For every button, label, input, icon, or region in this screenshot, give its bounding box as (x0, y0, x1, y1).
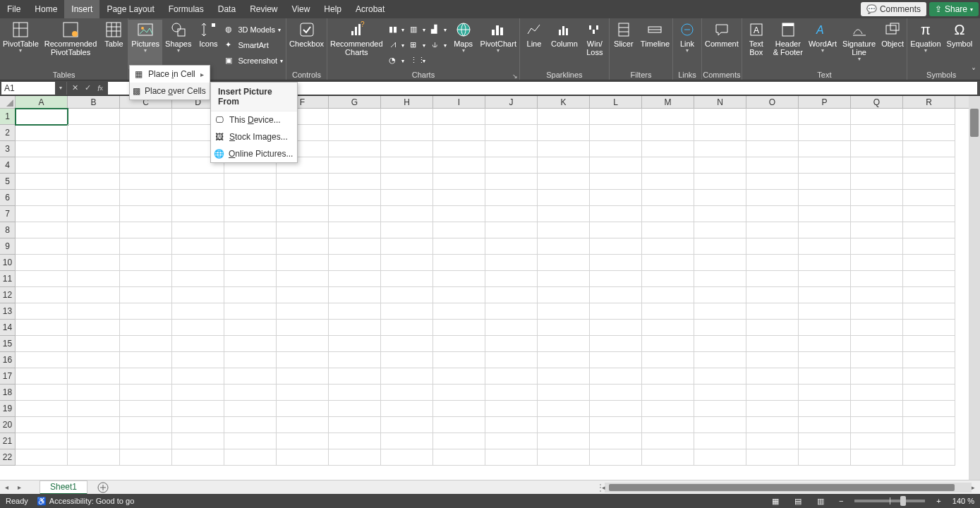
cell[interactable] (68, 433, 120, 449)
cell[interactable] (485, 109, 538, 125)
cell[interactable] (538, 222, 590, 238)
cell[interactable] (68, 190, 120, 206)
cell[interactable] (120, 368, 172, 385)
cell[interactable] (329, 125, 381, 141)
cell[interactable] (694, 222, 746, 238)
cell[interactable] (746, 174, 799, 190)
name-box[interactable]: A1 (1, 82, 55, 95)
cell[interactable] (799, 271, 851, 287)
cell[interactable] (485, 141, 538, 157)
cell[interactable] (433, 190, 485, 206)
cell[interactable] (172, 174, 224, 190)
cell[interactable] (903, 287, 955, 303)
cell[interactable] (16, 287, 68, 303)
cell[interactable] (590, 320, 642, 336)
cell[interactable] (746, 449, 799, 466)
cell[interactable] (538, 109, 590, 125)
cell[interactable] (538, 287, 590, 303)
line-chart-button[interactable]: ⩘▾ (389, 38, 404, 52)
column-header[interactable]: M (642, 96, 694, 108)
cell[interactable] (277, 336, 329, 352)
statistic-chart-button[interactable]: ⊞▾ (410, 38, 425, 52)
cell[interactable] (224, 287, 277, 303)
cell[interactable] (746, 385, 799, 401)
cell[interactable] (485, 352, 538, 368)
cell[interactable] (694, 190, 746, 206)
cell[interactable] (16, 109, 68, 125)
cell[interactable] (590, 385, 642, 401)
cell[interactable] (381, 109, 433, 125)
cell[interactable] (68, 336, 120, 352)
cell[interactable] (642, 352, 694, 368)
cell[interactable] (590, 255, 642, 271)
cell[interactable] (746, 401, 799, 417)
cell[interactable] (68, 141, 120, 157)
column-header[interactable]: Q (851, 96, 903, 108)
cell[interactable] (329, 222, 381, 238)
place-in-cell-item[interactable]: ▦ Place in Cell ▸ (130, 66, 210, 83)
cell[interactable] (694, 271, 746, 287)
cell[interactable] (120, 401, 172, 417)
cell[interactable] (485, 271, 538, 287)
online-pictures-item[interactable]: 🌐 Online Pictures... (211, 145, 297, 162)
cell[interactable] (381, 433, 433, 449)
cell[interactable] (172, 320, 224, 336)
page-layout-view-button[interactable]: ▤ (791, 495, 805, 507)
cell[interactable] (485, 336, 538, 352)
cell[interactable] (68, 417, 120, 433)
cell[interactable] (485, 222, 538, 238)
scroll-thumb[interactable] (970, 109, 979, 137)
cell[interactable] (694, 287, 746, 303)
cell[interactable] (851, 222, 903, 238)
cell[interactable] (485, 287, 538, 303)
cell[interactable] (694, 174, 746, 190)
row-header[interactable]: 22 (0, 449, 15, 466)
cell[interactable] (68, 157, 120, 174)
screenshot-button[interactable]: ▣Screenshot▾ (225, 54, 283, 68)
comment-button[interactable]: Comment (702, 20, 742, 69)
cell[interactable] (329, 336, 381, 352)
cell[interactable] (851, 320, 903, 336)
cell[interactable] (16, 255, 68, 271)
row-header[interactable]: 21 (0, 433, 15, 449)
cell[interactable] (16, 368, 68, 385)
name-box-dropdown[interactable]: ▾ (56, 85, 65, 91)
cell[interactable] (485, 190, 538, 206)
cell[interactable] (433, 222, 485, 238)
cell[interactable] (381, 238, 433, 255)
cell[interactable] (172, 401, 224, 417)
cell[interactable] (642, 401, 694, 417)
zoom-level[interactable]: 140 % (952, 497, 974, 505)
cell[interactable] (381, 222, 433, 238)
cell[interactable] (903, 190, 955, 206)
tab-help[interactable]: Help (317, 0, 349, 18)
cell[interactable] (16, 385, 68, 401)
tab-acrobat[interactable]: Acrobat (349, 0, 392, 18)
cell[interactable] (903, 401, 955, 417)
tab-insert[interactable]: Insert (64, 0, 99, 18)
cell[interactable] (329, 385, 381, 401)
cell[interactable] (694, 433, 746, 449)
enter-formula-button[interactable]: ✓ (81, 82, 94, 95)
cell[interactable] (851, 141, 903, 157)
cell[interactable] (642, 449, 694, 466)
cell[interactable] (172, 417, 224, 433)
column-header[interactable]: N (694, 96, 746, 108)
column-header[interactable]: I (433, 96, 485, 108)
cell[interactable] (68, 206, 120, 222)
column-header[interactable]: B (68, 96, 120, 108)
cell[interactable] (642, 255, 694, 271)
cell[interactable] (799, 368, 851, 385)
cell[interactable] (433, 271, 485, 287)
cell[interactable] (538, 417, 590, 433)
cell[interactable] (381, 336, 433, 352)
row-header[interactable]: 7 (0, 206, 15, 222)
cell[interactable] (433, 174, 485, 190)
cell[interactable] (172, 368, 224, 385)
zoom-handle[interactable] (900, 496, 906, 506)
cell[interactable] (224, 336, 277, 352)
cell[interactable] (590, 417, 642, 433)
cell[interactable] (851, 287, 903, 303)
cell[interactable] (485, 417, 538, 433)
cell[interactable] (903, 255, 955, 271)
